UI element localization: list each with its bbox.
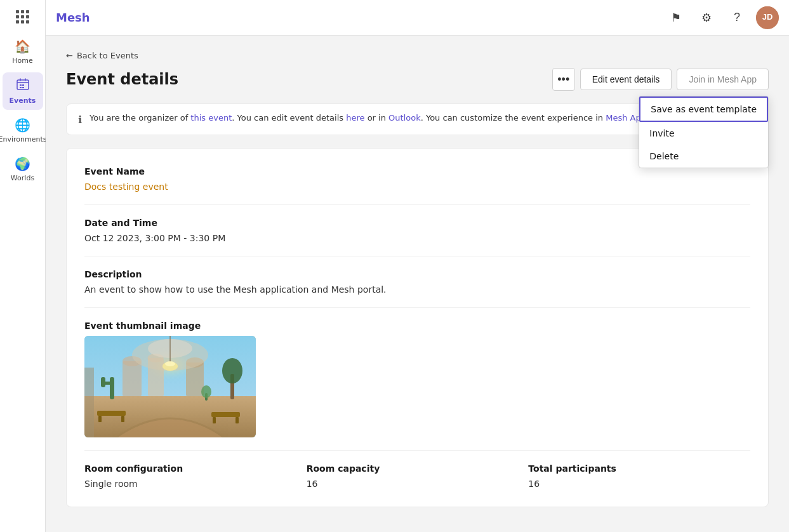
room-info-grid: Room configuration Single room Room capa… xyxy=(84,451,750,489)
sidebar: 🏠 Home Events 🌐 Environments 🌍 Worlds xyxy=(0,0,46,532)
svg-text:JD: JD xyxy=(762,12,773,22)
here-link[interactable]: here xyxy=(346,113,364,123)
svg-rect-27 xyxy=(110,377,114,399)
svg-rect-24 xyxy=(211,412,240,417)
topbar: Mesh ⚑ ⚙ ? JD xyxy=(46,0,789,36)
svg-rect-9 xyxy=(123,361,142,396)
home-icon: 🏠 xyxy=(15,39,30,54)
svg-point-19 xyxy=(165,361,175,366)
svg-rect-4 xyxy=(22,87,24,88)
dots-icon: ••• xyxy=(557,73,569,86)
more-options-button[interactable]: ••• xyxy=(552,68,575,91)
flag-button[interactable]: ⚑ xyxy=(665,6,687,29)
dropdown-delete[interactable]: Delete xyxy=(639,145,768,168)
grid-dots-icon xyxy=(16,10,29,23)
join-mesh-app-button[interactable]: Join in Mesh App xyxy=(677,69,769,90)
sidebar-item-environments[interactable]: 🌐 Environments xyxy=(3,112,43,149)
event-name-value: Docs testing event xyxy=(84,182,750,192)
back-arrow-icon: ← xyxy=(66,51,73,60)
app-logo: Mesh xyxy=(56,11,90,24)
sidebar-item-home-label: Home xyxy=(12,57,32,65)
event-thumbnail-label: Event thumbnail image xyxy=(84,321,750,331)
event-datetime-value: Oct 12 2023, 3:00 PM - 3:30 PM xyxy=(84,233,750,243)
outlook-link[interactable]: Outlook xyxy=(388,113,421,123)
this-event-link[interactable]: this event xyxy=(190,113,232,123)
room-config-value: Single room xyxy=(84,479,307,489)
edit-event-details-button[interactable]: Edit event details xyxy=(580,69,672,90)
room-capacity-value: 16 xyxy=(307,479,529,489)
total-participants-label: Total participants xyxy=(528,463,750,474)
svg-point-31 xyxy=(222,358,242,383)
svg-rect-29 xyxy=(101,377,105,387)
environments-icon: 🌐 xyxy=(15,117,30,133)
svg-rect-21 xyxy=(97,411,126,416)
svg-rect-2 xyxy=(22,84,24,86)
svg-rect-3 xyxy=(20,87,22,88)
sidebar-item-events-label: Events xyxy=(10,96,36,105)
svg-rect-26 xyxy=(235,417,239,423)
room-capacity-section: Room capacity 16 xyxy=(307,463,529,489)
sidebar-item-events[interactable]: Events xyxy=(3,72,43,110)
event-description-value: An event to show how to use the Mesh app… xyxy=(84,284,750,295)
page-header: Event details ••• Edit event details Joi… xyxy=(66,68,769,91)
event-name-section: Event Name Docs testing event xyxy=(84,166,750,205)
sidebar-item-worlds[interactable]: 🌍 Worlds xyxy=(3,151,43,187)
total-participants-value: 16 xyxy=(528,479,750,489)
event-datetime-label: Date and Time xyxy=(84,218,750,228)
room-config-section: Room configuration Single room xyxy=(84,463,307,489)
main-content: ← Back to Events Event details ••• Edit … xyxy=(46,36,789,532)
page-title: Event details xyxy=(66,70,178,88)
help-icon: ? xyxy=(734,11,740,24)
gear-icon: ⚙ xyxy=(701,11,712,25)
total-participants-section: Total participants 16 xyxy=(528,463,750,489)
sidebar-app-launcher[interactable] xyxy=(3,5,43,29)
svg-rect-25 xyxy=(213,417,216,423)
event-thumbnail-section: Event thumbnail image xyxy=(84,308,750,451)
sidebar-item-home[interactable]: 🏠 Home xyxy=(3,34,43,70)
back-to-events-link[interactable]: ← Back to Events xyxy=(66,51,769,60)
event-card: Event Name Docs testing event Date and T… xyxy=(66,148,769,507)
sidebar-item-worlds-label: Worlds xyxy=(11,174,34,182)
info-icon: ℹ xyxy=(78,114,82,126)
user-avatar[interactable]: JD xyxy=(756,6,779,29)
back-to-events-label: Back to Events xyxy=(77,51,138,60)
svg-rect-22 xyxy=(98,416,102,422)
event-description-section: Description An event to show how to use … xyxy=(84,256,750,308)
header-actions: ••• Edit event details Join in Mesh App … xyxy=(552,68,769,91)
avatar-initials: JD xyxy=(756,6,779,29)
event-description-label: Description xyxy=(84,269,750,279)
dropdown-save-template[interactable]: Save as event template xyxy=(639,96,768,122)
dropdown-invite[interactable]: Invite xyxy=(639,122,768,145)
sidebar-item-environments-label: Environments xyxy=(0,135,46,143)
event-thumbnail-image xyxy=(84,336,256,437)
svg-rect-34 xyxy=(84,368,94,437)
svg-rect-23 xyxy=(121,416,124,422)
help-button[interactable]: ? xyxy=(726,6,748,29)
dropdown-menu: Save as event template Invite Delete xyxy=(639,96,769,168)
room-capacity-label: Room capacity xyxy=(307,463,529,474)
info-banner-text: You are the organizer of this event. You… xyxy=(90,113,649,123)
room-config-label: Room configuration xyxy=(84,463,307,474)
svg-point-33 xyxy=(201,385,211,398)
events-icon xyxy=(16,77,30,94)
worlds-icon: 🌍 xyxy=(15,156,30,171)
settings-button[interactable]: ⚙ xyxy=(695,6,718,29)
flag-icon: ⚑ xyxy=(671,11,681,25)
event-datetime-section: Date and Time Oct 12 2023, 3:00 PM - 3:3… xyxy=(84,205,750,256)
svg-rect-1 xyxy=(20,84,22,86)
